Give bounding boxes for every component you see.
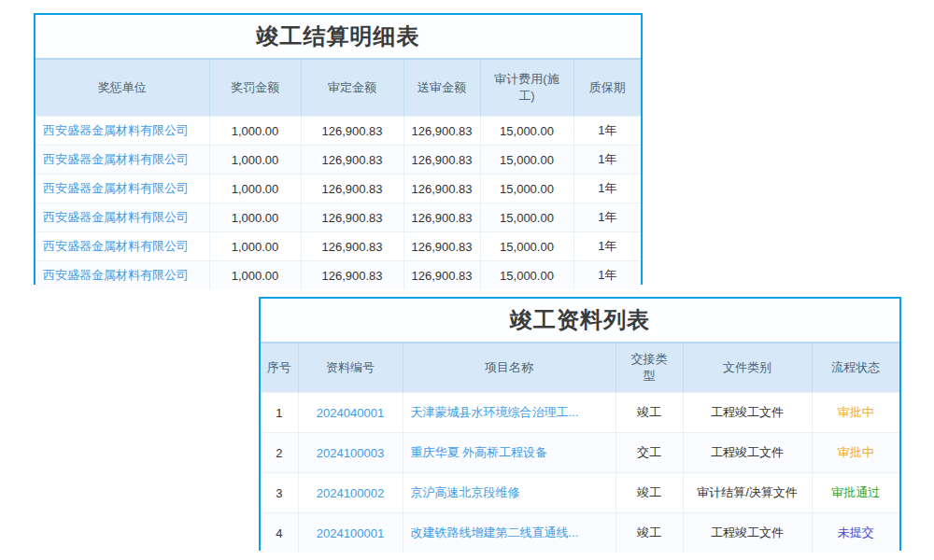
approved-amount: 126,900.83	[301, 175, 403, 203]
audit-fee-amount: 15,000.00	[480, 203, 573, 232]
audit-fee-amount: 15,000.00	[480, 175, 573, 203]
warranty-period: 1年	[573, 175, 641, 203]
penalty-amount: 1,000.00	[209, 146, 301, 175]
penalty-amount: 1,000.00	[209, 117, 301, 146]
settlement-header-row: 奖惩单位奖罚金额审定金额送审金额审计费用(施工)质保期	[35, 60, 641, 117]
penalty-amount: 1,000.00	[209, 261, 301, 290]
column-header-label: 项目名称	[485, 360, 533, 374]
approved-amount: 126,900.83	[301, 261, 403, 290]
workflow-status-text: 审批中	[812, 393, 899, 433]
completion-documents-table-panel: 竣工资料列表 序号资料编号项目名称交接类型文件类别流程状态 1202404000…	[259, 297, 901, 551]
reward-unit-link[interactable]: 西安盛器金属材料有限公司	[35, 232, 209, 261]
warranty-period: 1年	[573, 261, 641, 290]
project-name-link[interactable]: 改建铁路线增建第二线直通线...	[403, 513, 616, 553]
table-row: 12024040001天津蒙城县水环境综合治理工...竣工工程竣工文件审批中	[261, 393, 899, 433]
column-header-label: 奖罚金额	[231, 80, 279, 94]
document-number-link[interactable]: 2024040001	[298, 393, 403, 433]
column-header-label: 审计费用(施工)	[492, 71, 561, 105]
handover-type: 竣工	[616, 393, 683, 433]
column-header-label: 送审金额	[417, 80, 466, 94]
column-header: 奖惩单位	[35, 60, 209, 117]
document-number-link[interactable]: 2024100001	[298, 513, 403, 553]
column-header-label: 文件类别	[723, 360, 771, 374]
submitted-amount: 126,900.83	[403, 203, 480, 232]
settlement-table-title: 竣工结算明细表	[35, 15, 641, 60]
submitted-amount: 126,900.83	[403, 117, 480, 146]
column-header-label: 审定金额	[328, 80, 376, 94]
audit-fee-amount: 15,000.00	[480, 261, 573, 290]
approved-amount: 126,900.83	[301, 232, 403, 261]
column-header: 审定金额	[301, 60, 403, 117]
table-row: 西安盛器金属材料有限公司1,000.00126,900.83126,900.83…	[35, 261, 641, 290]
table-row: 42024100001改建铁路线增建第二线直通线...竣工工程竣工文件未提交	[261, 513, 899, 553]
project-name-link[interactable]: 京沪高速北京段维修	[403, 473, 616, 513]
row-index: 1	[261, 393, 298, 433]
warranty-period: 1年	[573, 232, 641, 261]
table-row: 西安盛器金属材料有限公司1,000.00126,900.83126,900.83…	[35, 232, 641, 261]
column-header: 项目名称	[403, 343, 616, 393]
table-row: 32024100002京沪高速北京段维修竣工审计结算/决算文件审批通过	[261, 473, 899, 513]
column-header: 质保期	[573, 60, 641, 117]
settlement-table: 奖惩单位奖罚金额审定金额送审金额审计费用(施工)质保期 西安盛器金属材料有限公司…	[35, 60, 641, 289]
column-header-label: 资料编号	[326, 360, 375, 374]
column-header-label: 流程状态	[831, 360, 880, 374]
column-header-label: 序号	[267, 360, 291, 374]
column-header: 交接类型	[616, 343, 683, 393]
penalty-amount: 1,000.00	[209, 232, 301, 261]
table-row: 西安盛器金属材料有限公司1,000.00126,900.83126,900.83…	[35, 117, 641, 146]
row-index: 2	[261, 433, 298, 473]
submitted-amount: 126,900.83	[403, 232, 480, 261]
submitted-amount: 126,900.83	[403, 261, 480, 290]
file-category: 工程竣工文件	[683, 433, 812, 473]
penalty-amount: 1,000.00	[209, 203, 301, 232]
documents-table: 序号资料编号项目名称交接类型文件类别流程状态 12024040001天津蒙城县水…	[261, 343, 899, 553]
handover-type: 交工	[616, 433, 683, 473]
row-index: 4	[261, 513, 298, 553]
submitted-amount: 126,900.83	[403, 146, 480, 175]
file-category: 工程竣工文件	[683, 513, 812, 553]
reward-unit-link[interactable]: 西安盛器金属材料有限公司	[35, 203, 209, 232]
warranty-period: 1年	[573, 117, 641, 146]
penalty-amount: 1,000.00	[209, 175, 301, 203]
column-header: 文件类别	[683, 343, 812, 393]
documents-header-row: 序号资料编号项目名称交接类型文件类别流程状态	[261, 343, 899, 393]
audit-fee-amount: 15,000.00	[480, 232, 573, 261]
column-header-label: 交接类型	[629, 351, 670, 385]
approved-amount: 126,900.83	[301, 203, 403, 232]
workflow-status-text: 审批中	[812, 433, 899, 473]
audit-fee-amount: 15,000.00	[480, 146, 573, 175]
column-header: 流程状态	[812, 343, 899, 393]
column-header: 资料编号	[298, 343, 403, 393]
reward-unit-link[interactable]: 西安盛器金属材料有限公司	[35, 261, 209, 290]
audit-fee-amount: 15,000.00	[480, 117, 573, 146]
reward-unit-link[interactable]: 西安盛器金属材料有限公司	[35, 146, 209, 175]
column-header: 送审金额	[403, 60, 480, 117]
handover-type: 竣工	[616, 473, 683, 513]
column-header: 奖罚金额	[209, 60, 301, 117]
settlement-detail-table-panel: 竣工结算明细表 奖惩单位奖罚金额审定金额送审金额审计费用(施工)质保期 西安盛器…	[34, 13, 643, 285]
column-header: 序号	[261, 343, 298, 393]
document-number-link[interactable]: 2024100002	[298, 473, 403, 513]
documents-table-title: 竣工资料列表	[261, 299, 899, 343]
reward-unit-link[interactable]: 西安盛器金属材料有限公司	[35, 175, 209, 203]
column-header-label: 奖惩单位	[98, 80, 147, 94]
workflow-status-text: 审批通过	[812, 473, 899, 513]
handover-type: 竣工	[616, 513, 683, 553]
approved-amount: 126,900.83	[301, 146, 403, 175]
warranty-period: 1年	[573, 146, 641, 175]
warranty-period: 1年	[573, 203, 641, 232]
submitted-amount: 126,900.83	[403, 175, 480, 203]
file-category: 审计结算/决算文件	[683, 473, 812, 513]
approved-amount: 126,900.83	[301, 117, 403, 146]
project-name-link[interactable]: 重庆华夏 外高桥工程设备	[403, 433, 616, 473]
table-row: 西安盛器金属材料有限公司1,000.00126,900.83126,900.83…	[35, 203, 641, 232]
workflow-status-text: 未提交	[812, 513, 899, 553]
column-header: 审计费用(施工)	[480, 60, 573, 117]
document-number-link[interactable]: 2024100003	[298, 433, 403, 473]
column-header-label: 质保期	[589, 80, 626, 94]
reward-unit-link[interactable]: 西安盛器金属材料有限公司	[35, 117, 209, 146]
table-row: 西安盛器金属材料有限公司1,000.00126,900.83126,900.83…	[35, 146, 641, 175]
project-name-link[interactable]: 天津蒙城县水环境综合治理工...	[403, 393, 616, 433]
file-category: 工程竣工文件	[683, 393, 812, 433]
table-row: 西安盛器金属材料有限公司1,000.00126,900.83126,900.83…	[35, 175, 641, 203]
